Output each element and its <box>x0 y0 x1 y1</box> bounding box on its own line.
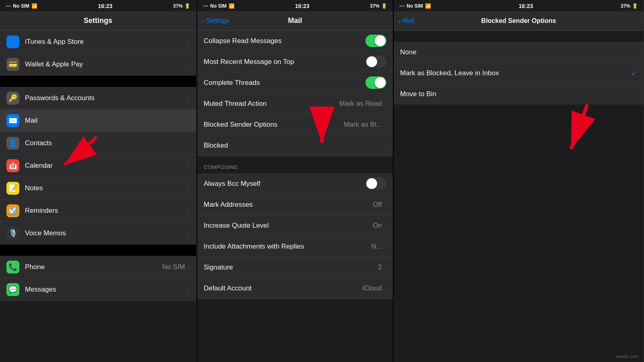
alwaysbcc-toggle[interactable] <box>365 177 386 190</box>
settings-item-voicememos[interactable]: 🎙️ Voice Memos › <box>0 222 196 245</box>
separator-1 <box>0 76 196 87</box>
wifi-icon-1: 📶 <box>31 3 37 9</box>
calendar-label: Calendar <box>25 162 188 170</box>
wallet-icon: 💳 <box>6 58 19 71</box>
time-1: 16:23 <box>98 3 113 9</box>
settings-item-messages[interactable]: 💬 Messages › <box>0 278 196 301</box>
notes-icon: 📝 <box>6 182 19 195</box>
reminders-chevron-icon: › <box>188 207 190 214</box>
passwords-label: Passwords & Accounts <box>25 94 188 102</box>
status-right-3: 37% 🔋 <box>621 3 638 9</box>
settings-item-passwords[interactable]: 🔑 Passwords & Accounts › <box>0 87 196 109</box>
bso-back-chevron-icon: ‹ <box>398 17 401 25</box>
blocked-chevron-icon: › <box>384 142 386 149</box>
contacts-label: Contacts <box>25 139 188 147</box>
mail-item-blocked[interactable]: Blocked › <box>197 135 393 156</box>
status-bar-2: ···· No SIM 📶 16:23 37% 🔋 <box>197 0 393 11</box>
settings-item-phone[interactable]: 📞 Phone No SIM › <box>0 256 196 278</box>
battery-icon-1: 🔋 <box>184 3 190 9</box>
wallet-chevron-icon: › <box>188 61 190 68</box>
separator-2 <box>0 245 196 256</box>
includeattach-chevron-icon: › <box>384 243 386 250</box>
mostrecent-label: Most Recent Message on Top <box>204 58 365 66</box>
mail-item-mutedthread[interactable]: Muted Thread Action Mark as Read › <box>197 93 393 114</box>
collapse-label: Collapse Read Messages <box>204 37 365 45</box>
mail-item-collapse[interactable]: Collapse Read Messages <box>197 31 393 51</box>
mostrecent-toggle[interactable] <box>365 56 386 68</box>
settings-item-contacts[interactable]: 👤 Contacts › <box>0 132 196 154</box>
settings-list[interactable]: 🎵 iTunes & App Store › 💳 Wallet & Apple … <box>0 31 196 362</box>
status-bar-3: ···· No SIM 📶 16:23 37% 🔋 <box>394 0 644 11</box>
settings-title: Settings <box>84 16 112 25</box>
mail-item-markaddresses[interactable]: Mark Addresses Off › <box>197 194 393 215</box>
status-left-1: ···· No SIM 📶 <box>6 3 37 9</box>
mutedthread-label: Muted Thread Action <box>204 100 339 108</box>
bso-nav-title: Blocked Sender Options <box>481 17 556 25</box>
contacts-chevron-icon: › <box>188 140 190 147</box>
increasequote-value: On <box>373 222 382 230</box>
bso-back-button[interactable]: ‹ Mail <box>398 17 414 25</box>
mail-item-defaultaccount[interactable]: Default Account iCloud › <box>197 278 393 299</box>
mail-back-label[interactable]: Settings <box>206 17 229 25</box>
reminders-label: Reminders <box>25 207 188 215</box>
collapse-toggle[interactable] <box>365 35 386 47</box>
settings-item-notes[interactable]: 📝 Notes › <box>0 177 196 200</box>
calendar-icon: 📅 <box>6 159 19 172</box>
phone-icon: 📞 <box>6 261 19 274</box>
messages-label: Messages <box>25 286 188 294</box>
phone-label: Phone <box>25 263 162 271</box>
blockedsender-chevron-icon: › <box>384 121 386 128</box>
mail-item-blockedsender[interactable]: Blocked Sender Options Mark as Bl... › <box>197 114 393 135</box>
mail-item-increasequote[interactable]: Increase Quote Level On › <box>197 215 393 236</box>
mail-back-button[interactable]: ‹ Settings <box>202 17 229 25</box>
settings-item-reminders[interactable]: ☑️ Reminders › <box>0 200 196 222</box>
panel-blocked-sender: ···· No SIM 📶 16:23 37% 🔋 ‹ Mail Blocked… <box>394 0 644 362</box>
mail-item-alwaysbcc[interactable]: Always Bcc Myself <box>197 173 393 194</box>
blockedsender-value: Mark as Bl... <box>344 121 382 129</box>
includeattach-label: Include Attachments with Replies <box>204 243 371 251</box>
settings-item-wallet[interactable]: 💳 Wallet & Apple Pay › <box>0 53 196 76</box>
bso-back-label[interactable]: Mail <box>402 17 414 25</box>
mail-chevron-icon: › <box>188 117 190 124</box>
bso-option-none[interactable]: None <box>394 42 644 63</box>
battery-pct-2: 37% <box>370 3 380 9</box>
status-left-2: ···· No SIM 📶 <box>203 3 235 9</box>
movetobin-label: Move to Bin <box>400 90 637 98</box>
mail-label: Mail <box>25 117 188 125</box>
signature-value: 2 <box>378 263 382 272</box>
calendar-chevron-icon: › <box>188 162 190 169</box>
completethreads-toggle[interactable] <box>365 76 386 89</box>
settings-item-calendar[interactable]: 📅 Calendar › <box>0 154 196 177</box>
signature-label: Signature <box>204 263 378 272</box>
watermark: wsxdn.com <box>616 354 638 359</box>
blocked-label: Blocked <box>204 142 384 150</box>
mail-settings-list[interactable]: Collapse Read Messages Most Recent Messa… <box>197 31 393 362</box>
mutedthread-value: Mark as Read <box>339 100 382 108</box>
wifi-icon-2: 📶 <box>229 3 235 9</box>
bso-options-section: None Mark as Blocked, Leave in Inbox ✓ M… <box>394 42 644 105</box>
bso-options-list: None Mark as Blocked, Leave in Inbox ✓ M… <box>394 31 644 362</box>
carrier-3: No SIM <box>407 3 423 9</box>
markblocked-label: Mark as Blocked, Leave in Inbox <box>400 69 631 77</box>
markblocked-checkmark-icon: ✓ <box>631 69 637 78</box>
voicememos-icon: 🎙️ <box>6 227 19 240</box>
status-bar-1: ···· No SIM 📶 16:23 37% 🔋 <box>0 0 196 11</box>
defaultaccount-label: Default Account <box>204 284 362 292</box>
battery-icon-3: 🔋 <box>632 3 638 9</box>
settings-item-itunes[interactable]: 🎵 iTunes & App Store › <box>0 31 196 53</box>
mail-item-signature[interactable]: Signature 2 › <box>197 257 393 278</box>
bso-option-markblocked[interactable]: Mark as Blocked, Leave in Inbox ✓ <box>394 63 644 84</box>
markaddresses-label: Mark Addresses <box>204 201 373 209</box>
wallet-label: Wallet & Apple Pay <box>25 60 188 68</box>
bso-option-movetobin[interactable]: Move to Bin <box>394 84 644 105</box>
itunes-label: iTunes & App Store <box>25 38 188 46</box>
phone-chevron-icon: › <box>188 263 190 271</box>
signature-chevron-icon: › <box>384 264 386 271</box>
status-left-3: ···· No SIM 📶 <box>399 3 431 9</box>
mail-item-mostrecent[interactable]: Most Recent Message on Top <box>197 51 393 72</box>
alwaysbcc-label: Always Bcc Myself <box>204 180 365 188</box>
settings-item-mail[interactable]: ✉️ Mail › <box>0 109 196 132</box>
mail-item-completethreads[interactable]: Complete Threads <box>197 72 393 93</box>
time-3: 16:23 <box>519 3 533 9</box>
mail-item-includeattach[interactable]: Include Attachments with Replies N... › <box>197 236 393 257</box>
